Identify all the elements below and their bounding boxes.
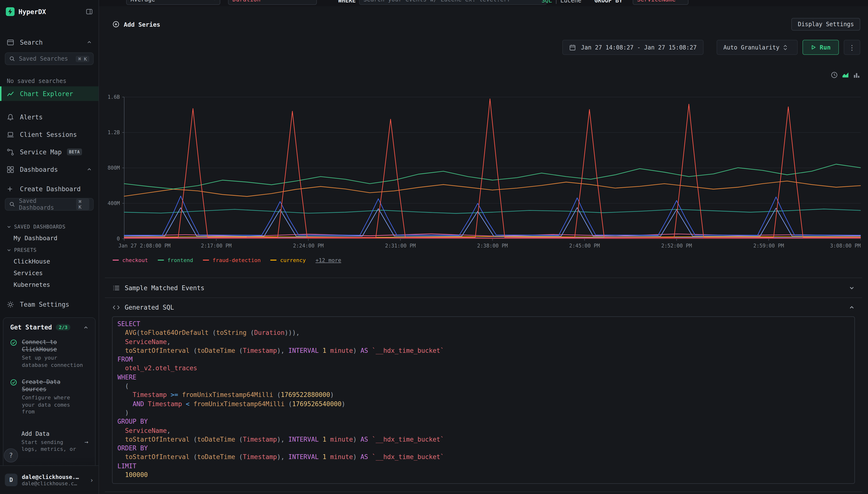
sidebar-item-label: Search (20, 39, 43, 46)
svg-text:400M: 400M (108, 201, 120, 206)
sample-matched-events-section: Sample Matched Events (105, 278, 862, 298)
svg-text:2:45:00 PM: 2:45:00 PM (569, 243, 600, 249)
search-icon (9, 56, 15, 62)
sidebar-item-dashboards[interactable]: Dashboards (0, 162, 98, 177)
app-window: HyperDX Search Saved Searches ⌘ K No sav… (0, 0, 868, 494)
sidebar-item-alerts[interactable]: Alerts (0, 110, 98, 124)
step-title: Add Data (21, 430, 80, 437)
sidebar-item-kubernetes[interactable]: Kubernetes (0, 280, 98, 289)
add-series-label: Add Series (124, 21, 160, 28)
saved-dashboards-section-header[interactable]: SAVED DASHBOARDS (0, 222, 98, 231)
progress-badge: 2/3 (56, 324, 70, 330)
aggregation-value: Average (131, 0, 155, 3)
sidebar-item-label: Chart Explorer (20, 90, 73, 97)
svg-text:0: 0 (117, 236, 120, 242)
generated-sql-header[interactable]: Generated SQL (105, 298, 862, 317)
check-circle-icon (10, 339, 17, 369)
laptop-icon (7, 131, 15, 138)
sample-matched-events-header[interactable]: Sample Matched Events (105, 278, 862, 298)
create-dashboard-label: Create Dashboard (20, 185, 80, 192)
main-content: Average Duration WHERE Search your event… (99, 0, 868, 494)
legend-more-link[interactable]: +12 more (315, 257, 341, 263)
add-series-button[interactable]: Add Series (113, 21, 160, 28)
chevron-down-icon (849, 285, 854, 290)
saved-searches-input[interactable]: Saved Searches ⌘ K (5, 52, 94, 65)
section-header-label: PRESETS (14, 247, 37, 253)
collapse-sidebar-icon[interactable] (86, 8, 93, 15)
svg-text:800M: 800M (108, 165, 120, 171)
field-select[interactable]: Duration (228, 0, 317, 5)
bell-icon (7, 113, 15, 120)
saved-dashboards-input[interactable]: Saved Dashboards ⌘ K (5, 198, 94, 211)
legend-label: currency (280, 257, 306, 263)
group-by-select[interactable]: ServiceName (633, 0, 689, 5)
sidebar: HyperDX Search Saved Searches ⌘ K No sav… (0, 0, 99, 494)
get-started-step-sources[interactable]: Create Data Sources Configure where your… (10, 379, 88, 416)
chart-legend: checkoutfrontendfraud-detectioncurrency … (113, 256, 860, 264)
sidebar-item-services[interactable]: Services (0, 268, 98, 278)
time-range-picker[interactable]: Jan 27 14:08:27 - Jan 27 15:08:27 (563, 40, 703, 55)
section-header-label: SAVED DASHBOARDS (14, 224, 65, 230)
search-placeholder: Search your events w/ Lucene ex: level:e… (363, 0, 511, 3)
get-started-title: Get Started (10, 324, 52, 331)
presets-section-header[interactable]: PRESETS (0, 246, 98, 254)
create-dashboard-button[interactable]: Create Dashboard (0, 183, 98, 195)
legend-item[interactable]: frontend (158, 257, 193, 263)
sidebar-item-chart-explorer[interactable]: Chart Explorer (0, 87, 98, 101)
sql-mode-label: SQL (541, 0, 552, 4)
code-icon (113, 304, 120, 311)
granularity-select[interactable]: Auto Granularity (717, 40, 798, 55)
shortcut-badge: ⌘ K (76, 198, 89, 210)
get-started-step-connect[interactable]: Connect to ClickHouse Set up your databa… (10, 339, 88, 369)
plus-icon (7, 186, 15, 192)
plus-circle-icon (113, 21, 120, 28)
sidebar-item-team-settings[interactable]: Team Settings (0, 297, 98, 311)
step-desc: Set up your database connection (22, 355, 84, 369)
legend-dash-icon (270, 260, 277, 261)
legend-label: checkout (122, 257, 148, 263)
sidebar-item-my-dashboard[interactable]: My Dashboard (0, 233, 98, 243)
sidebar-item-label: Team Settings (20, 301, 70, 308)
more-options-button[interactable]: ⋮ (844, 40, 860, 55)
search-input[interactable]: Search your events w/ Lucene ex: level:e… (359, 0, 547, 5)
chevron-up-icon (87, 40, 92, 45)
legend-item[interactable]: fraud-detection (203, 257, 261, 263)
shortcut-badge: ⌘ K (76, 56, 89, 62)
list-icon (113, 284, 120, 291)
legend-dash-icon (158, 260, 164, 261)
sidebar-item-service-map[interactable]: Service Map BETA (0, 145, 98, 159)
run-button[interactable]: Run (803, 40, 839, 55)
query-language-toggle[interactable]: SQL | Lucene (541, 0, 581, 4)
area-chart-toggle-icon[interactable] (842, 71, 849, 78)
sidebar-item-search[interactable]: Search (0, 35, 98, 50)
section-title: Generated SQL (125, 304, 174, 311)
get-started-step-add-data[interactable]: Add Data Start sending logs, metrics, or… (10, 430, 88, 453)
display-settings-button[interactable]: Display Settings (792, 18, 860, 31)
legend-item[interactable]: checkout (113, 257, 148, 263)
hyperdx-logo-icon (6, 7, 15, 16)
aggregation-select[interactable]: Average (126, 0, 220, 5)
chevron-down-icon (7, 248, 11, 252)
group-by-label: GROUP BY (594, 0, 622, 4)
chart-svg[interactable]: 0400M800M1.2B1.6BJan 27 2:08:00 PM2:17:0… (107, 93, 861, 253)
get-started-header[interactable]: Get Started 2/3 (10, 324, 88, 331)
step-desc: Configure where your data comes from (22, 395, 84, 416)
help-button[interactable]: ? (4, 449, 18, 462)
generated-sql-section: Generated SQL SELECT AVG(toFloat64OrDefa… (105, 298, 862, 492)
time-format-icon[interactable] (831, 71, 838, 78)
bar-chart-toggle-icon[interactable] (853, 71, 860, 78)
sidebar-item-client-sessions[interactable]: Client Sessions (0, 127, 98, 142)
user-menu[interactable]: D dale@clickhouse.… dale@clickhouse.c… › (0, 466, 98, 494)
beta-badge: BETA (67, 149, 82, 155)
granularity-value: Auto Granularity (724, 44, 779, 51)
chevron-up-icon (83, 325, 88, 330)
grid-icon (7, 166, 15, 173)
check-circle-icon (10, 379, 17, 416)
step-title: Create Data Sources (22, 379, 84, 393)
legend-item[interactable]: currency (270, 257, 306, 263)
sql-code[interactable]: SELECT AVG(toFloat64OrDefault (toString … (112, 317, 855, 484)
svg-text:2:52:00 PM: 2:52:00 PM (661, 243, 692, 249)
sidebar-item-clickhouse[interactable]: ClickHouse (0, 256, 98, 266)
svg-text:2:59:00 PM: 2:59:00 PM (753, 243, 784, 249)
legend-dash-icon (113, 260, 119, 261)
